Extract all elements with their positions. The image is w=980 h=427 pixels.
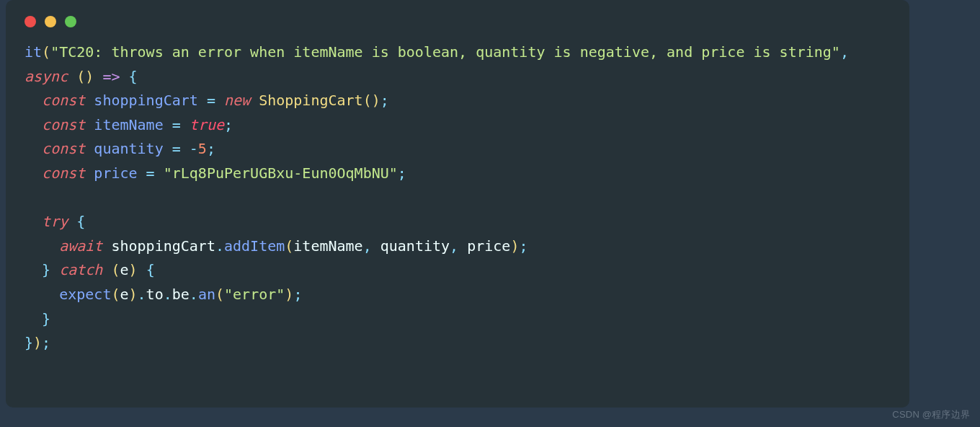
comma-3: , xyxy=(450,237,467,255)
args-open: ( xyxy=(285,237,293,255)
indent xyxy=(24,140,42,157)
kw-const-2: const xyxy=(42,116,85,133)
kw-async: async xyxy=(24,68,68,85)
quote-close-3: " xyxy=(276,286,285,303)
var-quantity: quantity xyxy=(94,140,163,157)
space xyxy=(102,237,111,255)
space xyxy=(68,213,76,230)
space xyxy=(85,164,94,182)
maximize-icon[interactable] xyxy=(65,16,76,27)
semi-3: ; xyxy=(207,140,215,157)
indent xyxy=(24,164,42,182)
indent xyxy=(24,237,59,255)
semi-1: ; xyxy=(380,92,389,109)
indent xyxy=(24,286,59,303)
paren-open: ( xyxy=(42,43,50,61)
str-error: error xyxy=(233,286,276,303)
semi-5: ; xyxy=(519,237,527,255)
arg-quantity: quantity xyxy=(380,237,450,255)
an-close: ) xyxy=(285,286,293,303)
eq-4: = xyxy=(138,164,164,182)
dot-3: . xyxy=(164,286,172,303)
class-ShoppingCart: ShoppingCart xyxy=(259,92,363,109)
semi-6: ; xyxy=(293,286,302,303)
dot-2: . xyxy=(138,286,146,303)
ref-shoppingCart: shoppingCart xyxy=(111,237,215,255)
kw-const-4: const xyxy=(42,164,85,182)
brace-open: { xyxy=(129,68,138,85)
test-name-string: TC20: throws an error when itemName is b… xyxy=(59,43,832,61)
dot-1: . xyxy=(215,237,224,255)
space xyxy=(250,92,259,109)
var-price: price xyxy=(94,164,137,182)
comma: , xyxy=(840,43,858,61)
quote-close-2: " xyxy=(389,164,398,182)
kw-catch: catch xyxy=(59,261,102,278)
prop-be: be xyxy=(172,286,190,303)
call-parens-1: () xyxy=(363,92,380,109)
close-icon[interactable] xyxy=(24,16,36,27)
catch-close: ) xyxy=(129,261,146,278)
code-window: it("TC20: throws an error when itemName … xyxy=(6,0,909,408)
semi-final: ; xyxy=(42,334,50,351)
space xyxy=(85,92,94,109)
semi-4: ; xyxy=(398,164,406,182)
quote-open: " xyxy=(50,43,59,61)
indent xyxy=(24,116,42,133)
indent xyxy=(24,213,42,230)
kw-const-1: const xyxy=(42,92,85,109)
code-block: it("TC20: throws an error when itemName … xyxy=(24,40,891,356)
brace-open-3: { xyxy=(146,261,155,278)
str-price: rLq8PuPerUGBxu-Eun0OqMbNU xyxy=(172,164,389,182)
expect-arg-e: e xyxy=(120,286,128,303)
quote-open-3: " xyxy=(224,286,233,303)
semi-2: ; xyxy=(224,116,233,133)
fn-an: an xyxy=(198,286,215,303)
empty-parens: () xyxy=(76,68,94,85)
fn-expect: expect xyxy=(59,286,111,303)
catch-var-e: e xyxy=(120,261,129,278)
arrow: => xyxy=(94,68,128,85)
quote-open-2: " xyxy=(164,164,172,182)
comma-2: , xyxy=(363,237,380,255)
expect-close: ) xyxy=(129,286,138,303)
arg-itemName: itemName xyxy=(293,237,362,255)
catch-open: ( xyxy=(102,261,120,278)
brace-close-1: } xyxy=(42,261,50,278)
arg-price: price xyxy=(467,237,510,255)
minus: - xyxy=(190,140,198,157)
space xyxy=(85,116,94,133)
space xyxy=(50,261,59,278)
space xyxy=(68,68,76,85)
eq-1: = xyxy=(198,92,224,109)
minimize-icon[interactable] xyxy=(45,16,56,27)
num-5: 5 xyxy=(198,140,207,157)
indent xyxy=(24,310,42,327)
kw-new: new xyxy=(224,92,250,109)
fn-it: it xyxy=(24,43,42,61)
eq-3: = xyxy=(164,140,190,157)
indent xyxy=(24,92,42,109)
kw-try: try xyxy=(42,213,68,230)
window-traffic-lights xyxy=(24,16,891,27)
dot-4: . xyxy=(190,286,198,303)
var-itemName: itemName xyxy=(94,116,163,133)
brace-close-3: } xyxy=(24,334,33,351)
an-open: ( xyxy=(215,286,224,303)
eq-2: = xyxy=(164,116,190,133)
args-close: ) xyxy=(510,237,519,255)
bool-true: true xyxy=(190,116,224,133)
var-shoppingCart: shoppingCart xyxy=(94,92,198,109)
fn-addItem: addItem xyxy=(224,237,285,255)
brace-close-2: } xyxy=(42,310,50,327)
paren-close-final: ) xyxy=(33,334,42,351)
space xyxy=(85,140,94,157)
kw-const-3: const xyxy=(42,140,85,157)
prop-to: to xyxy=(146,286,164,303)
expect-open: ( xyxy=(111,286,120,303)
watermark-text: CSDN @程序边界 xyxy=(892,407,970,423)
quote-close: " xyxy=(832,43,840,61)
indent xyxy=(24,261,42,278)
kw-await: await xyxy=(59,237,102,255)
brace-open-2: { xyxy=(76,213,85,230)
